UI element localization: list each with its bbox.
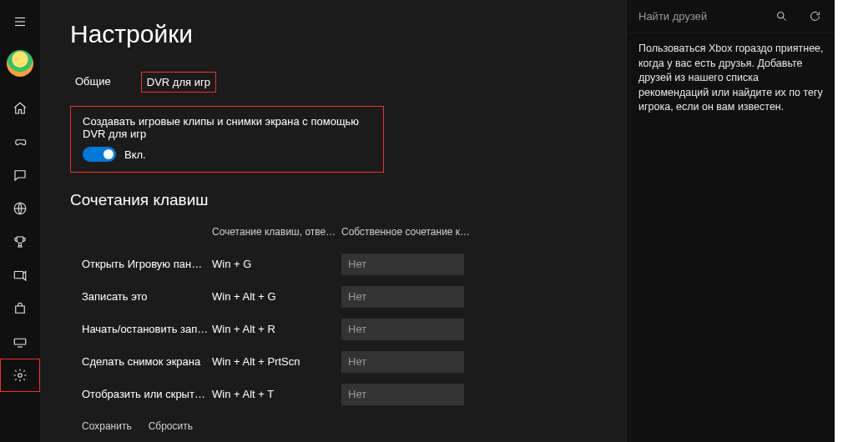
avatar[interactable]: [7, 50, 33, 77]
shortcut-default: Win + Alt + PrtScn: [212, 355, 341, 368]
shortcut-default: Win + G: [212, 258, 341, 270]
store-icon: [13, 301, 28, 316]
shortcut-action: Начать/остановить зап…: [70, 323, 212, 335]
nav-messages[interactable]: [0, 158, 40, 192]
dvr-toggle-switch[interactable]: [83, 147, 116, 162]
page-title: Настройки: [70, 20, 603, 48]
footer-actions: Сохранить Сбросить: [70, 412, 603, 442]
search-button[interactable]: [765, 0, 798, 33]
shortcut-row: Открыть Игровую пан… Win + G Нет: [70, 248, 603, 280]
svg-rect-4: [14, 272, 23, 279]
hamburger-icon: [13, 14, 28, 29]
svg-point-8: [777, 13, 784, 19]
tab-dvr[interactable]: DVR для игр: [141, 72, 216, 93]
shortcut-default: Win + Alt + T: [212, 388, 341, 400]
nav-community[interactable]: [0, 192, 40, 225]
controller-icon: [13, 134, 28, 149]
nav-settings[interactable]: [0, 359, 40, 392]
nav-games[interactable]: [0, 125, 40, 158]
main-content: Настройки Общие DVR для игр Создавать иг…: [40, 0, 628, 442]
nav-achievements[interactable]: [0, 225, 40, 259]
svg-line-9: [783, 18, 785, 20]
shortcut-default: Win + Alt + R: [212, 323, 341, 335]
friends-empty-text: Пользоваться Xbox гораздо приятнее, когд…: [628, 33, 835, 123]
header-custom: Собственное сочетание к…: [341, 226, 475, 238]
shortcut-custom-input[interactable]: Нет: [341, 384, 464, 405]
tabs: Общие DVR для игр: [70, 72, 603, 93]
tab-general[interactable]: Общие: [70, 72, 116, 93]
chat-icon: [13, 168, 28, 183]
gear-icon: [13, 368, 28, 383]
dvr-toggle-label: Создавать игровые клипы и снимки экрана …: [83, 115, 371, 140]
shortcut-default: Win + Alt + G: [212, 290, 341, 303]
shortcut-row: Отобразить или скрыт… Win + Alt + T Нет: [70, 378, 603, 410]
reset-button[interactable]: Сбросить: [149, 420, 193, 432]
friends-panel: Найти друзей Пользоваться Xbox гораздо п…: [628, 0, 835, 442]
shortcut-custom-input[interactable]: Нет: [341, 351, 464, 373]
shortcut-custom-input[interactable]: Нет: [341, 254, 464, 275]
shortcut-custom-input[interactable]: Нет: [341, 319, 464, 340]
dvr-toggle-state: Вкл.: [124, 148, 146, 161]
trophy-icon: [13, 234, 28, 249]
shortcut-custom-input[interactable]: Нет: [341, 286, 464, 308]
refresh-button[interactable]: [798, 0, 831, 33]
nav-connect[interactable]: [0, 325, 40, 359]
connect-icon: [13, 334, 28, 349]
capture-icon: [13, 268, 28, 283]
svg-point-7: [18, 374, 23, 378]
shortcut-action: Сделать снимок экрана: [70, 355, 212, 368]
svg-rect-5: [14, 339, 26, 344]
left-nav: [0, 0, 40, 442]
shortcut-row: Записать это Win + Alt + G Нет: [70, 280, 603, 313]
home-icon: [13, 101, 28, 116]
shortcut-row: Сделать снимок экрана Win + Alt + PrtScn…: [70, 345, 603, 378]
shortcut-row: Начать/остановить зап… Win + Alt + R Нет: [70, 313, 603, 345]
shortcut-action: Открыть Игровую пан…: [70, 258, 212, 270]
globe-icon: [13, 201, 28, 216]
shortcuts-headers: Сочетание клавиш, отве… Собственное соче…: [70, 226, 603, 238]
menu-button[interactable]: [0, 5, 40, 38]
shortcuts-title: Сочетания клавиш: [70, 191, 603, 209]
search-icon: [775, 10, 788, 23]
search-input[interactable]: Найти друзей: [638, 10, 765, 23]
dvr-toggle-box: Создавать игровые клипы и снимки экрана …: [70, 106, 384, 173]
refresh-icon: [809, 10, 821, 23]
nav-store[interactable]: [0, 292, 40, 325]
header-default: Сочетание клавиш, отве…: [212, 226, 341, 238]
save-button[interactable]: Сохранить: [82, 420, 132, 432]
nav-captures[interactable]: [0, 259, 40, 292]
shortcut-action: Отобразить или скрыт…: [70, 388, 212, 400]
shortcut-action: Записать это: [70, 290, 212, 303]
nav-home[interactable]: [0, 92, 40, 125]
